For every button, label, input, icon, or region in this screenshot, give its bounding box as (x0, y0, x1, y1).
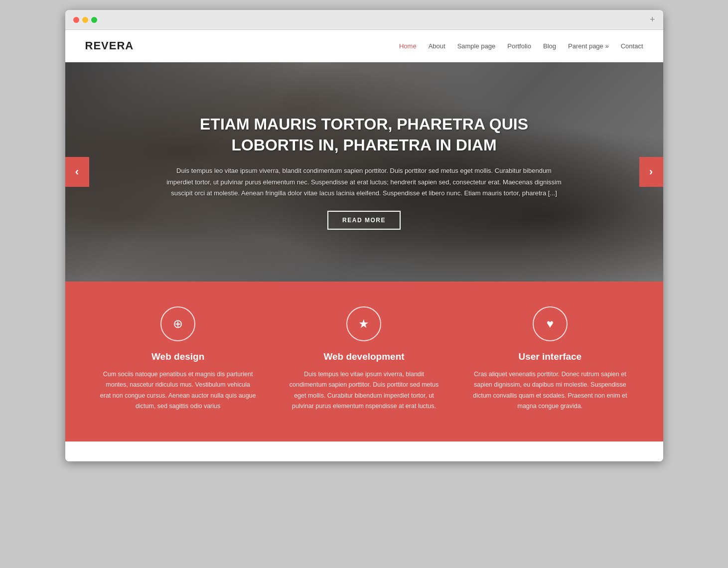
site-header: REVERA Home About Sample page Portfolio … (65, 30, 663, 62)
nav-item-sample-page[interactable]: Sample page (457, 42, 496, 50)
star-icon: ★ (358, 317, 369, 331)
chevron-right-icon: › (649, 165, 653, 178)
feature-web-development: ★ Web development Duis tempus leo vitae … (271, 306, 457, 412)
hero-slider: ‹ ETIAM MAURIS TORTOR, PHARETRA QUIS LOB… (65, 62, 663, 282)
maximize-button[interactable] (91, 17, 97, 23)
browser-chrome: + (65, 10, 663, 30)
feature-user-interface: ♥ User interface Cras aliquet venenatis … (457, 306, 643, 412)
user-interface-icon-circle: ♥ (533, 306, 568, 341)
chevron-left-icon: ‹ (75, 165, 79, 178)
heart-icon: ♥ (547, 317, 554, 331)
site-content: REVERA Home About Sample page Portfolio … (65, 30, 663, 461)
nav-item-home[interactable]: Home (399, 42, 417, 50)
hero-description: Duis tempus leo vitae ipsum viverra, bla… (165, 165, 564, 198)
hero-title: ETIAM MAURIS TORTOR, PHARETRA QUIS LOBOR… (165, 114, 564, 155)
site-logo: REVERA (85, 39, 134, 52)
add-tab-button[interactable]: + (650, 14, 655, 25)
slider-prev-button[interactable]: ‹ (65, 157, 89, 187)
web-development-icon-circle: ★ (346, 306, 381, 341)
web-design-description: Cum sociis natoque penatibus et magnis d… (100, 369, 256, 412)
web-design-icon-circle: ⊕ (160, 306, 195, 341)
nav-item-about[interactable]: About (429, 42, 445, 50)
browser-window: + REVERA Home About Sample page Portfoli… (65, 10, 663, 461)
minimize-button[interactable] (82, 17, 88, 23)
nav-item-contact[interactable]: Contact (621, 42, 643, 50)
nav-item-portfolio[interactable]: Portfolio (507, 42, 531, 50)
web-development-title: Web development (286, 351, 442, 362)
site-nav: Home About Sample page Portfolio Blog Pa… (399, 42, 643, 50)
web-development-description: Duis tempus leo vitae ipsum viverra, bla… (286, 369, 442, 412)
read-more-button[interactable]: READ MORE (327, 211, 401, 230)
close-button[interactable] (73, 17, 79, 23)
hero-content: ETIAM MAURIS TORTOR, PHARETRA QUIS LOBOR… (65, 62, 663, 282)
user-interface-description: Cras aliquet venenatis porttitor. Donec … (472, 369, 628, 412)
browser-dots (73, 17, 97, 23)
nav-item-parent-page[interactable]: Parent page » (568, 42, 609, 50)
features-section: ⊕ Web design Cum sociis natoque penatibu… (65, 282, 663, 441)
hourglass-icon: ⊕ (173, 317, 183, 331)
user-interface-title: User interface (472, 351, 628, 362)
slider-next-button[interactable]: › (639, 157, 663, 187)
site-footer-bar (65, 441, 663, 461)
feature-web-design: ⊕ Web design Cum sociis natoque penatibu… (85, 306, 271, 412)
web-design-title: Web design (100, 351, 256, 362)
nav-item-blog[interactable]: Blog (543, 42, 556, 50)
